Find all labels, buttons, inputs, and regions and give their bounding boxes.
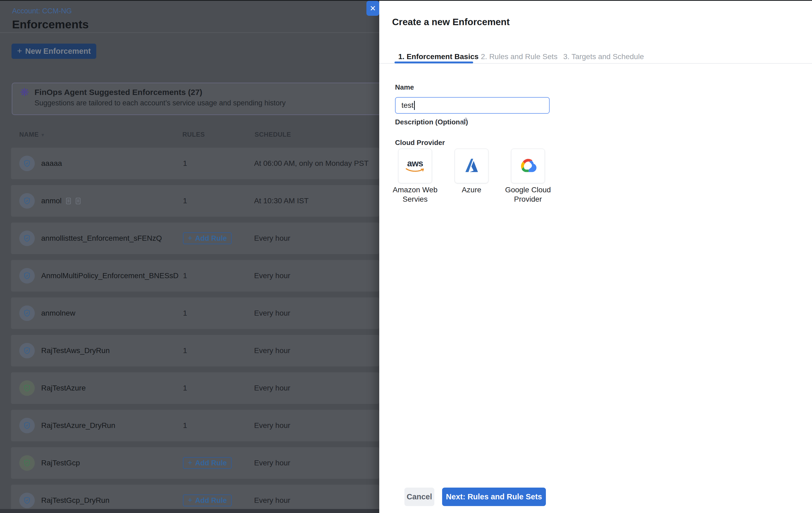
active-tab-indicator — [395, 61, 473, 63]
gcp-logo-icon — [519, 158, 537, 174]
provider-label-azure: Azure — [446, 185, 497, 195]
azure-logo-icon — [463, 158, 480, 174]
provider-card-aws[interactable]: aws — [398, 149, 432, 183]
edit-pencil-icon[interactable] — [460, 117, 467, 125]
drawer-title: Create a new Enforcement — [392, 17, 510, 27]
tab-targets-and-schedule[interactable]: 3. Targets and Schedule — [563, 51, 644, 62]
provider-label-aws: Amazon Web Servies — [390, 185, 440, 204]
provider-card-azure[interactable] — [455, 149, 488, 183]
name-label: Name — [395, 83, 414, 91]
window-top-edge — [0, 0, 812, 1]
create-enforcement-drawer: Create a new Enforcement 1. Enforcement … — [379, 0, 812, 513]
tab-enforcement-basics[interactable]: 1. Enforcement Basics — [398, 51, 478, 62]
next-button[interactable]: Next: Rules and Rule Sets — [442, 488, 546, 506]
name-input-value: test — [402, 101, 413, 110]
close-icon: ✕ — [370, 4, 376, 13]
screen: Account: CCM-NG Enforcements + New Enfor… — [0, 0, 812, 513]
enforcements-page: Account: CCM-NG Enforcements + New Enfor… — [0, 0, 379, 513]
aws-logo-icon: aws — [405, 160, 425, 173]
provider-card-gcp[interactable] — [511, 149, 545, 183]
text-cursor — [414, 101, 415, 110]
tab-rules-and-rule-sets[interactable]: 2. Rules and Rule Sets — [481, 51, 557, 62]
name-input[interactable]: test — [395, 97, 550, 114]
cloud-provider-label: Cloud Provider — [395, 139, 445, 147]
close-drawer-button[interactable]: ✕ — [367, 1, 379, 16]
drawer-backdrop[interactable] — [0, 0, 379, 513]
description-label: Description (Optional) — [395, 118, 468, 126]
provider-label-gcp: Google Cloud Provider — [502, 185, 553, 204]
cancel-button[interactable]: Cancel — [404, 488, 434, 506]
